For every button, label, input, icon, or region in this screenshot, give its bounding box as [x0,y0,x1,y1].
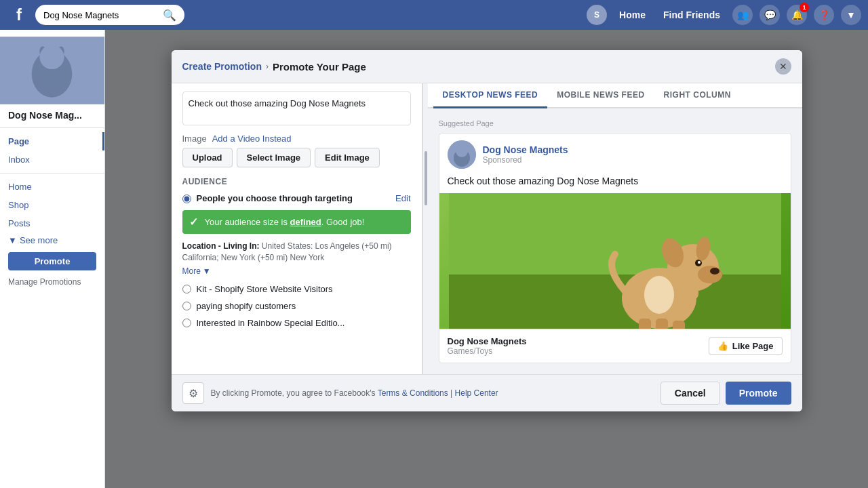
user-avatar: S [587,5,607,25]
ad-footer-page-name: Dog Nose Magnets [448,336,527,346]
image-section: Image Add a Video Instead [182,134,411,144]
ad-page-info: Dog Nose Magnets Sponsored [483,144,568,165]
scroll-indicator [422,83,428,374]
breadcrumb: Create Promotion › Promote Your Page [182,61,366,73]
tab-desktop-news-feed[interactable]: DESKTOP NEWS FEED [433,83,548,108]
checkmark-icon: ✓ [189,216,198,228]
sidebar-tab-page-label: Page [8,136,29,146]
image-buttons: Upload Select Image Edit Image [182,148,411,167]
divider [0,127,104,128]
modal-footer: ⚙ By clicking Promote, you agree to Face… [172,374,802,411]
scroll-thumb [425,151,427,205]
help-icon[interactable]: ❓ [814,5,834,25]
ad-footer-category: Games/Toys [448,346,527,356]
select-image-button[interactable]: Select Image [237,148,311,167]
sidebar-page-name: Dog Nose Mag... [0,104,104,123]
ad-preview-text: Check out those amazing Dog Nose Magnets [439,176,791,193]
nav-home[interactable]: Home [614,7,651,23]
edit-image-button[interactable]: Edit Image [315,148,380,167]
audience-option-targeting: People you choose through targeting Edit [182,193,411,203]
notifications-icon[interactable]: 🔔 1 [787,5,807,25]
like-page-button[interactable]: 👍 Like Page [709,337,783,355]
ad-page-avatar [448,140,476,169]
ad-page-name[interactable]: Dog Nose Magnets [483,144,568,155]
audience-radio-3[interactable] [182,319,191,327]
svg-rect-21 [673,321,685,329]
see-more-link[interactable]: ▼ See more [0,232,104,248]
promote-button[interactable]: Promote [8,252,96,270]
modal-body: Check out those amazing Dog Nose Magnets… [172,83,802,374]
svg-point-8 [456,145,468,157]
tab-right-column[interactable]: RIGHT COLUMN [654,83,741,108]
ad-card-footer: Dog Nose Magnets Games/Toys 👍 Like Page [439,329,791,363]
svg-point-14 [710,268,719,274]
modal-close-button[interactable]: ✕ [775,58,791,75]
help-center-link[interactable]: Help Center [455,388,498,398]
sidebar-item-posts[interactable]: Posts [0,214,104,232]
audience-radio-label-3: Interested in Rainbow Special Editio... [197,318,345,328]
ad-footer-info: Dog Nose Magnets Games/Toys [448,336,527,356]
suggested-page-label: Suggested Page [439,119,791,127]
audience-status-text: Your audience size is defined. Good job! [205,217,365,227]
audience-title: AUDIENCE [182,177,411,186]
nav-find-friends[interactable]: Find Friends [658,7,726,23]
audience-option-label: People you choose through targeting [197,193,353,203]
tab-mobile-news-feed[interactable]: MOBILE NEWS FEED [547,83,654,108]
friends-icon[interactable]: 👥 [732,5,753,25]
page-layout: Dog Nose Mag... Page Inbox Home Shop Pos… [0,30,868,488]
location-label: Location - Living In: [182,241,260,251]
sidebar-tab-inbox[interactable]: Inbox [0,150,104,169]
ad-preview-image [439,193,791,329]
page-thumbnail [0,37,104,104]
sidebar-item-shop[interactable]: Shop [0,196,104,214]
svg-rect-19 [639,319,651,329]
search-icon: 🔍 [163,9,176,22]
audience-radio-targeting[interactable] [182,195,191,203]
sidebar-tab-page[interactable]: Page [0,132,104,150]
footer-actions: Cancel Promote [660,382,791,405]
breadcrumb-link[interactable]: Create Promotion [182,61,262,72]
search-bar[interactable]: 🔍 [35,5,184,25]
notification-count: 1 [800,3,809,12]
svg-point-16 [698,261,701,264]
ad-text-display: Check out those amazing Dog Nose Magnets [182,92,411,125]
audience-radio-label-2: paying shopify customers [197,301,296,311]
modal-header: Create Promotion › Promote Your Page ✕ [172,50,802,83]
audience-radio-1[interactable] [182,285,191,293]
settings-icon[interactable]: ▼ [841,5,861,25]
svg-point-13 [698,266,722,283]
audience-radio-item-2: paying shopify customers [182,301,411,311]
modal-left-panel: Check out those amazing Dog Nose Magnets… [172,83,422,374]
messages-icon[interactable]: 💬 [760,5,780,25]
audience-edit-link[interactable]: Edit [395,193,410,203]
svg-point-5 [40,45,64,69]
add-video-link[interactable]: Add a Video Instead [212,134,292,144]
audience-radio-item-3: Interested in Rainbow Special Editio... [182,318,411,328]
ad-sponsored-label: Sponsored [483,155,568,165]
like-page-label: Like Page [732,341,774,351]
audience-radio-2[interactable] [182,302,191,310]
modal-left-scroll: Check out those amazing Dog Nose Magnets… [172,83,422,374]
svg-rect-20 [656,319,668,329]
search-input[interactable] [43,10,163,20]
upload-button[interactable]: Upload [182,148,233,167]
svg-point-22 [644,276,674,314]
more-link-label: More [182,266,201,276]
more-link[interactable]: More ▼ [182,266,411,276]
audience-radio-label-1: Kit - Shopify Store Website Visitors [197,284,333,294]
gear-settings-button[interactable]: ⚙ [182,382,204,404]
promote-modal-button[interactable]: Promote [726,382,791,405]
topbar: f 🔍 S Home Find Friends 👥 💬 🔔 1 ❓ ▼ [0,0,868,30]
image-label: Image [182,134,207,144]
cancel-button[interactable]: Cancel [660,382,720,405]
preview-content: Suggested Page [428,108,802,374]
manage-promotions-link[interactable]: Manage Promotions [0,274,104,289]
terms-conditions-link[interactable]: Terms & Conditions [378,388,448,398]
sidebar-item-home[interactable]: Home [0,178,104,196]
ad-card: Dog Nose Magnets Sponsored Check out tho… [439,133,791,363]
breadcrumb-current: Promote Your Page [273,61,366,73]
modal-overlay: Create Promotion › Promote Your Page ✕ C… [105,30,868,488]
location-text: Location - Living In: United States: Los… [182,241,411,264]
svg-rect-23 [679,285,698,300]
promote-modal: Create Promotion › Promote Your Page ✕ C… [172,50,802,411]
